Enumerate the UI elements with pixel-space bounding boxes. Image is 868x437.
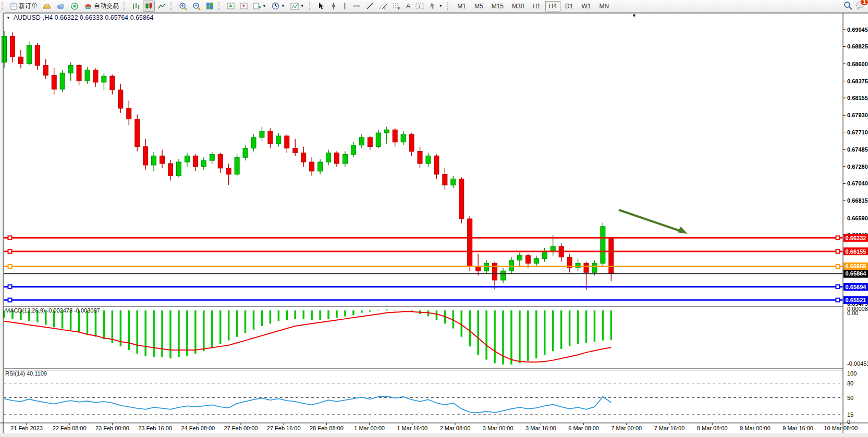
- date-tick-label: 1 Mar 00:00: [354, 425, 385, 431]
- cursor-tool-button[interactable]: [315, 1, 326, 12]
- chart-title-bar[interactable]: ▼ AUDUSD-,H4 0.66322 0.66333 0.65764 0.6…: [6, 14, 154, 21]
- signals-button[interactable]: [68, 1, 81, 12]
- svg-text:T: T: [418, 4, 421, 9]
- price-tick-label: 0.67930: [847, 112, 868, 118]
- svg-text:0.65864: 0.65864: [846, 270, 867, 277]
- vertical-line-icon: [343, 2, 347, 10]
- new-order-button[interactable]: 新订单: [8, 1, 40, 12]
- bar-chart-mode-button[interactable]: [130, 1, 142, 12]
- chart-menu-caret[interactable]: ▼: [632, 13, 637, 18]
- hline-handle[interactable]: [836, 285, 840, 289]
- date-tick-label: 21 Feb 2023: [10, 425, 43, 431]
- line-chart-icon: [158, 2, 166, 10]
- price-tick-label: 0.66815: [847, 197, 868, 204]
- svg-text:0.65694: 0.65694: [846, 284, 867, 290]
- line-chart-mode-button[interactable]: [156, 1, 168, 12]
- timeframe-button-M1[interactable]: M1: [454, 1, 470, 11]
- notification-badge: 1: [861, 0, 868, 5]
- timeframe-button-M30[interactable]: M30: [508, 1, 528, 11]
- autotrading-button[interactable]: 自动交易: [82, 1, 121, 12]
- chart-collapse-caret[interactable]: ▼: [6, 16, 10, 20]
- tile-windows-button[interactable]: [204, 1, 216, 12]
- svg-text:0.66332: 0.66332: [846, 235, 866, 241]
- horizontal-line-icon: [352, 2, 361, 10]
- hline-handle[interactable]: [8, 265, 12, 268]
- timeframe-button-MN[interactable]: MN: [595, 1, 613, 11]
- crosshair-tool-button[interactable]: [327, 1, 339, 12]
- equidistant-channel-icon: E: [379, 2, 387, 10]
- hosting-button[interactable]: [54, 1, 67, 12]
- text-tool-button[interactable]: A: [404, 1, 413, 12]
- candle-chart-mode-button[interactable]: [143, 1, 155, 12]
- search-icon[interactable]: [843, 1, 852, 11]
- text-label-tool-button[interactable]: T: [413, 1, 426, 12]
- macd-indicator-label: MACD(12,26,9) -0.002478 -0.003087: [5, 307, 100, 314]
- date-tick-label: 28 Feb 08:00: [310, 425, 344, 431]
- rsi-level-label: 0: [847, 419, 850, 425]
- trendline-tool-button[interactable]: [364, 1, 376, 12]
- indicator-window-down-button[interactable]: [238, 1, 250, 12]
- price-tick-label: 0.67040: [847, 180, 868, 186]
- svg-text:0.66155: 0.66155: [846, 248, 866, 255]
- hline-handle[interactable]: [836, 249, 840, 253]
- svg-text:F: F: [398, 7, 400, 10]
- trendline-icon: [366, 2, 374, 10]
- text-label-icon: T: [415, 2, 424, 10]
- zoom-out-button[interactable]: [190, 1, 203, 12]
- indicator-window-up-button[interactable]: [225, 1, 237, 12]
- zoom-in-icon: [179, 2, 187, 10]
- toolbar-grip: [218, 2, 222, 10]
- toolbar-grip: [2, 2, 5, 10]
- price-tick-label: 0.67710: [847, 129, 868, 135]
- hline-handle[interactable]: [8, 285, 12, 289]
- date-tick-label: 1 Mar 16:00: [397, 425, 427, 431]
- timeframe-button-H1[interactable]: H1: [529, 1, 544, 11]
- date-tick-label: 23 Feb 16:00: [138, 425, 172, 431]
- chart-canvas[interactable]: 0.690450.688250.686000.683750.681550.679…: [0, 0, 868, 437]
- vertical-line-tool-button[interactable]: [340, 1, 349, 12]
- date-tick-label: 8 Mar 08:00: [697, 425, 728, 431]
- hline-handle[interactable]: [836, 265, 840, 268]
- dropdown-caret: ▼: [262, 4, 266, 8]
- price-tick-label: 0.68825: [847, 43, 868, 49]
- notifications-button[interactable]: 1: [855, 1, 865, 11]
- candlestick-chart-icon: [145, 2, 153, 10]
- chart-snapshot-icon: [290, 3, 299, 10]
- arrows-tool-button[interactable]: ▼: [427, 1, 445, 12]
- price-tick-label: 0.68600: [847, 61, 868, 67]
- window-arrow-up-icon: [227, 2, 235, 10]
- date-tick-label: 3 Mar 16:00: [525, 425, 556, 431]
- hline-handle[interactable]: [8, 298, 12, 302]
- autotrading-label: 自动交易: [94, 2, 119, 10]
- new-chart-button[interactable]: ▼: [251, 1, 268, 12]
- fibonacci-tool-button[interactable]: F: [390, 1, 403, 12]
- zoom-in-button[interactable]: [177, 1, 189, 12]
- toolbar-grip: [309, 2, 313, 10]
- rsi-level-label: 100: [847, 370, 857, 377]
- horizontal-line-tool-button[interactable]: [350, 1, 363, 12]
- price-tick-label: 0.67485: [847, 146, 868, 153]
- new-order-icon: [10, 3, 17, 10]
- autotrading-robot-icon: [84, 3, 92, 10]
- hline-handle[interactable]: [836, 298, 840, 302]
- timeframe-button-H4[interactable]: H4: [545, 1, 560, 11]
- channel-tool-button[interactable]: E: [377, 1, 389, 12]
- period-clock-button[interactable]: ▼: [270, 1, 287, 12]
- hline-handle[interactable]: [836, 236, 840, 240]
- timeframe-button-M5[interactable]: M5: [471, 1, 487, 11]
- window-arrow-down-icon: [240, 2, 248, 10]
- timeframe-button-W1[interactable]: W1: [578, 1, 594, 11]
- svg-text:E: E: [384, 6, 387, 10]
- date-tick-label: 27 Feb 16:00: [267, 425, 301, 431]
- timeframe-button-D1[interactable]: D1: [561, 1, 577, 11]
- hline-handle[interactable]: [8, 236, 12, 240]
- date-tick-label: 24 Feb 08:00: [181, 425, 215, 431]
- market-button[interactable]: [41, 1, 53, 12]
- date-tick-label: 2 Mar 08:00: [440, 425, 471, 431]
- timeframe-button-M15[interactable]: M15: [488, 1, 507, 11]
- chart-template-button[interactable]: ▼: [288, 1, 307, 12]
- toolbar-grip: [170, 2, 174, 10]
- dropdown-caret: ▼: [438, 4, 443, 8]
- date-tick-label: 9 Mar 16:00: [783, 425, 813, 431]
- hline-handle[interactable]: [8, 249, 12, 253]
